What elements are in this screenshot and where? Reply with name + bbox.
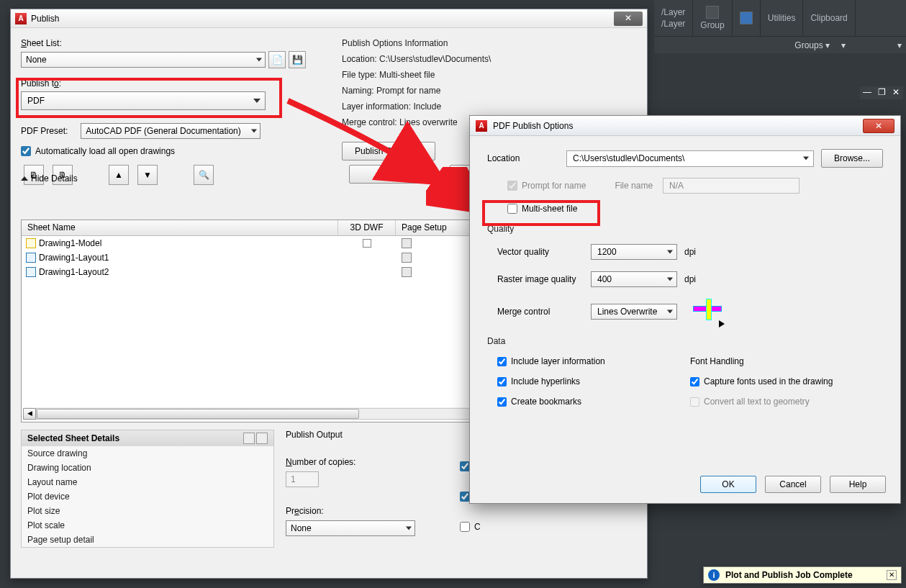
groups-dropdown[interactable]: Groups ▾ — [794, 40, 830, 50]
move-up-button[interactable]: ▲ — [109, 165, 129, 185]
pdf-titlebar: A PDF Publish Options ✕ — [470, 116, 900, 136]
data-header: Data — [487, 336, 883, 346]
maximize-button[interactable]: ❐ — [875, 87, 888, 99]
precision-combo[interactable]: None — [286, 520, 415, 536]
close-button[interactable]: ✕ — [863, 119, 894, 133]
output-header: Publish Output — [286, 430, 415, 440]
publish-button[interactable]: Publish — [349, 165, 435, 184]
ok-button[interactable]: OK — [700, 476, 756, 493]
move-down-button[interactable]: ▼ — [137, 165, 158, 185]
close-button[interactable]: ✕ — [614, 12, 643, 26]
vector-quality-label: Vector quality — [497, 247, 591, 257]
col-sheet-name[interactable]: Sheet Name — [22, 220, 338, 235]
annotation-highlight — [16, 78, 282, 118]
filename-field: N/A — [663, 178, 799, 194]
annotation-highlight — [482, 200, 600, 226]
merge-control-label: Merge control — [497, 307, 591, 317]
copies-spinner: 1 — [286, 471, 319, 487]
minimize-button[interactable]: — — [861, 87, 874, 99]
page-setup-icon — [402, 267, 412, 277]
include-layer-checkbox[interactable]: Include layer information — [497, 356, 690, 366]
save-list-button[interactable]: 💾 — [289, 51, 306, 68]
merge-preview-icon — [690, 299, 722, 325]
font-handling-header: Font Handling — [690, 356, 883, 366]
details-row: Drawing location — [22, 461, 273, 475]
info-icon: i — [708, 569, 720, 581]
scroll-left-button[interactable]: ◀ — [23, 408, 36, 420]
col-3d-dwf[interactable]: 3D DWF — [338, 220, 396, 235]
pdf-title: PDF Publish Options — [493, 121, 573, 131]
sheet-list-combo[interactable]: None — [21, 52, 266, 68]
details-panel: Selected Sheet Details Source drawingDra… — [21, 430, 274, 548]
publish-titlebar: A Publish ✕ — [11, 9, 647, 28]
open-list-button[interactable]: 📄 — [268, 51, 286, 68]
ribbon-layer: /Layer/Layer — [654, 0, 693, 36]
vector-quality-combo[interactable]: 1200 — [591, 244, 677, 260]
ribbon-panel: /Layer/Layer Group Utilities Clipboard — [654, 0, 906, 36]
checkbox-empty-icon[interactable] — [363, 239, 371, 248]
cancel-button[interactable]: Cancel — [765, 476, 821, 493]
ribbon-group[interactable]: Group — [693, 0, 732, 36]
details-row: Page setup detail — [22, 533, 273, 547]
convert-text-checkbox: Convert all text to geometry — [690, 397, 883, 407]
triangle-up-icon — [21, 176, 28, 181]
save-icon: 💾 — [292, 55, 303, 65]
ribbon-utilities[interactable]: Utilities — [761, 0, 804, 36]
raster-quality-combo[interactable]: 400 — [591, 271, 677, 287]
dropdown-caret-icon[interactable]: ▾ — [841, 40, 846, 50]
info-filetype: File type: Multi-sheet file — [342, 70, 637, 80]
scroll-thumb[interactable] — [37, 409, 359, 419]
details-expand-icon[interactable] — [256, 433, 268, 444]
details-row: Plot device — [22, 489, 273, 504]
capture-fonts-checkbox[interactable]: Capture fonts used in the drawing — [690, 376, 883, 386]
include-hyperlinks-checkbox[interactable]: Include hyperlinks — [497, 376, 690, 386]
details-row: Source drawing — [22, 446, 273, 461]
folder-icon: 📄 — [272, 55, 283, 65]
precision-label: Precision: — [286, 506, 415, 516]
publish-options-button[interactable]: Publish Options... — [342, 142, 435, 160]
details-header: Selected Sheet Details — [22, 430, 273, 446]
browse-button[interactable]: Browse... — [821, 149, 883, 168]
create-bookmarks-checkbox[interactable]: Create bookmarks — [497, 397, 690, 407]
publish-title: Publish — [31, 14, 59, 24]
hide-details-toggle[interactable]: Hide Details — [21, 173, 78, 184]
output-check-3[interactable]: C — [460, 522, 481, 532]
details-row: Plot scale — [22, 518, 273, 533]
preview-button[interactable]: 🔍 — [194, 165, 214, 185]
info-layer: Layer information: Include — [342, 101, 637, 112]
location-combo[interactable]: C:\Users\studlev\Documents\ — [566, 150, 814, 167]
autocad-logo-icon: A — [476, 120, 487, 132]
autocad-logo-icon: A — [15, 13, 27, 24]
details-row: Plot size — [22, 504, 273, 518]
ribbon-clipboard[interactable]: Clipboard — [803, 0, 855, 36]
copies-label: Number of copies: — [286, 457, 415, 467]
close-notification-button[interactable]: ✕ — [887, 570, 897, 580]
help-button[interactable]: Help — [830, 476, 886, 493]
location-label: Location — [487, 153, 566, 163]
raster-quality-label: Raster image quality — [497, 274, 591, 284]
dropdown-caret-icon[interactable]: ▾ — [897, 40, 902, 50]
prompt-for-name-checkbox: Prompt for name — [507, 181, 586, 191]
floating-window-controls: — ❐ ✕ — [860, 86, 903, 99]
groups-bar: Groups ▾ ▾ ▾ — [654, 36, 906, 53]
page-setup-icon — [402, 238, 412, 248]
page-setup-icon — [402, 253, 412, 263]
sheet-icon — [26, 267, 36, 277]
info-location: Location: C:\Users\studlev\Documents\ — [342, 54, 637, 64]
info-header: Publish Options Information — [342, 38, 637, 48]
publish-output-panel: Publish Output Number of copies: 1 Preci… — [286, 430, 415, 536]
plot-complete-notification[interactable]: i Plot and Publish Job Complete ✕ — [703, 566, 902, 584]
merge-control-combo[interactable]: Lines Overwrite — [591, 304, 677, 320]
pdf-publish-options-dialog: A PDF Publish Options ✕ Location C:\User… — [469, 115, 901, 504]
pdf-preset-combo[interactable]: AutoCAD PDF (General Documentation) — [81, 123, 261, 139]
close-button[interactable]: ✕ — [889, 87, 902, 99]
ribbon-group-icon[interactable] — [733, 0, 761, 36]
details-collapse-icon[interactable] — [243, 433, 255, 444]
pdf-preset-label: PDF Preset: — [21, 126, 68, 136]
sheet-icon — [26, 238, 36, 248]
info-naming: Naming: Prompt for name — [342, 86, 637, 96]
filename-label: File name — [615, 181, 653, 191]
details-row: Layout name — [22, 475, 273, 489]
sheet-icon — [26, 253, 36, 263]
